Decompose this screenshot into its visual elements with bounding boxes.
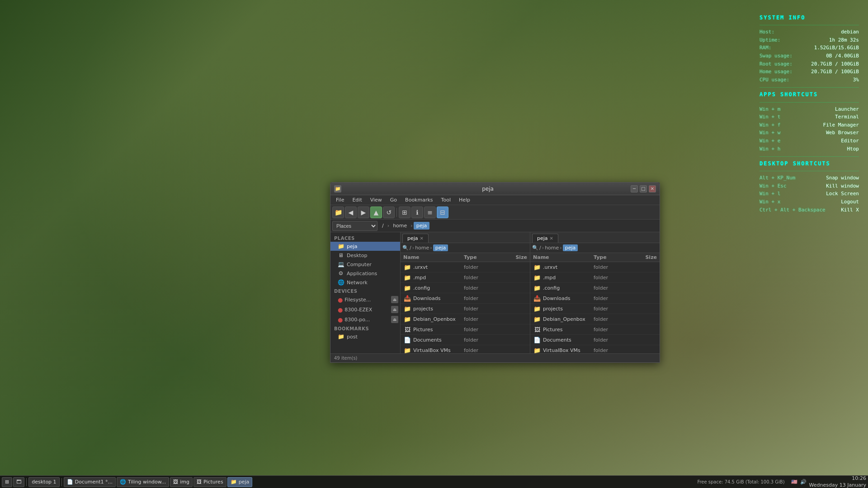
sidebar-device-8300po[interactable]: ● 8300-po... ⏏ xyxy=(330,314,400,324)
location-dropdown[interactable]: Places xyxy=(332,221,377,231)
sidebar-item-applications[interactable]: ⚙ Applications xyxy=(330,269,400,278)
file-row[interactable]: 📁 .config folder xyxy=(530,283,660,293)
sysinfo-row: CPU usage:3% xyxy=(760,76,859,84)
shortcut-action: Editor xyxy=(841,137,859,145)
clock-date: Wednesday 13 January xyxy=(809,482,866,488)
file-row[interactable]: 📁 .config folder xyxy=(401,283,530,293)
file-row[interactable]: 🖼 Pictures folder xyxy=(401,324,530,335)
sidebar-item-network[interactable]: 🌐 Network xyxy=(330,278,400,287)
file-row[interactable]: 📁 Debian_Openbox folder xyxy=(530,314,660,324)
file-row[interactable]: 📁 .urxvt folder xyxy=(401,262,530,272)
menu-bar: File Edit View Go Bookmarks Tool Help xyxy=(330,195,660,205)
menu-edit[interactable]: Edit xyxy=(349,196,365,204)
minimize-button[interactable]: ─ xyxy=(631,185,638,192)
file-type: folder xyxy=(464,316,500,322)
title-bar[interactable]: 📁 peja ─ □ ✕ xyxy=(330,183,660,195)
file-row[interactable]: 📁 .mpd folder xyxy=(401,272,530,283)
menu-bookmarks[interactable]: Bookmarks xyxy=(401,196,436,204)
file-name: VirtualBox VMs xyxy=(543,347,594,353)
maximize-button[interactable]: □ xyxy=(640,185,647,192)
menu-help[interactable]: Help xyxy=(455,196,474,204)
file-row[interactable]: 📁 .mpd folder xyxy=(530,272,660,283)
sysinfo-row: Uptime:1h 28m 32s xyxy=(760,36,859,44)
menu-file[interactable]: File xyxy=(332,196,348,204)
path-peja[interactable]: peja xyxy=(414,222,430,230)
right-pane-tab-peja[interactable]: peja ✕ xyxy=(532,234,558,243)
network-icon: 🌐 xyxy=(338,279,344,286)
document1-button[interactable]: 📄 Document1 °... xyxy=(64,477,116,487)
file-icon: 📄 xyxy=(533,336,541,344)
new-tab-button[interactable]: 📁 xyxy=(332,206,344,218)
up-button[interactable]: ▲ xyxy=(370,206,382,218)
tiling-window-button[interactable]: 🌐 Tiling window... xyxy=(117,477,169,487)
img-button[interactable]: 🖼 img xyxy=(170,477,193,487)
sidebar-item-post[interactable]: 📁 post xyxy=(330,332,400,341)
menu-go[interactable]: Go xyxy=(387,196,401,204)
tiling-icon: 🌐 xyxy=(120,479,126,485)
close-button[interactable]: ✕ xyxy=(649,185,656,192)
right-col-type-header: Type xyxy=(594,254,630,260)
sidebar-item-computer[interactable]: 💻 Computer xyxy=(330,260,400,269)
eject-button-1[interactable]: ⏏ xyxy=(391,296,398,303)
file-row[interactable]: 📄 Documents folder xyxy=(401,335,530,345)
file-row[interactable]: 📁 projects folder xyxy=(401,304,530,314)
show-desktop-button[interactable]: 🗔 xyxy=(13,477,24,487)
left-path-peja[interactable]: peja xyxy=(433,244,448,251)
file-name: projects xyxy=(413,306,464,312)
dual-pane-button[interactable]: ⊟ xyxy=(437,206,448,218)
forward-button[interactable]: ▶ xyxy=(358,206,369,218)
sysinfo-value: 1.52GiB/15.6GiB xyxy=(814,44,859,52)
path-home[interactable]: home xyxy=(390,222,410,230)
menu-view[interactable]: View xyxy=(367,196,386,204)
left-path-home[interactable]: home xyxy=(415,245,429,251)
left-pane-tab-peja[interactable]: peja ✕ xyxy=(402,234,429,243)
left-tab-close[interactable]: ✕ xyxy=(420,236,424,241)
right-path-peja[interactable]: peja xyxy=(563,244,578,251)
sidebar-item-desktop[interactable]: 🖥 Desktop xyxy=(330,251,400,260)
file-icon: 📁 xyxy=(533,305,541,313)
sidebar-item-peja[interactable]: 📁 peja xyxy=(330,242,400,251)
details-button[interactable]: ℹ xyxy=(411,206,423,218)
file-row[interactable]: 📁 VirtualBox VMs folder xyxy=(401,345,530,353)
file-type: folder xyxy=(464,285,500,291)
pictures-button[interactable]: 🖼 Pictures xyxy=(193,477,226,487)
right-tab-close[interactable]: ✕ xyxy=(550,236,553,241)
file-row[interactable]: 📁 .urxvt folder xyxy=(530,262,660,272)
file-row[interactable]: 🖼 Pictures folder xyxy=(530,324,660,335)
file-icon: 📁 xyxy=(533,263,541,271)
path-root[interactable]: / xyxy=(379,222,387,230)
file-name: Downloads xyxy=(413,296,464,301)
file-row[interactable]: 📥 Downloads folder xyxy=(530,293,660,304)
eject-button-3[interactable]: ⏏ xyxy=(391,316,398,323)
file-icon: 📁 xyxy=(533,315,541,323)
left-path-root[interactable]: / xyxy=(410,245,411,251)
start-menu-button[interactable]: ⊞ xyxy=(2,477,12,487)
file-type: folder xyxy=(594,316,630,322)
peja-button[interactable]: 📁 peja xyxy=(227,477,253,487)
sidebar-device-8300ezex[interactable]: ● 8300-EZEX ⏏ xyxy=(330,305,400,314)
file-row[interactable]: 📁 projects folder xyxy=(530,304,660,314)
file-row[interactable]: 📁 Debian_Openbox folder xyxy=(401,314,530,324)
free-space-label: Free space: 74.5 GiB (Total: 100.3 GiB) xyxy=(693,479,788,484)
refresh-button[interactable]: ↺ xyxy=(383,206,395,218)
desktop1-button[interactable]: desktop 1 xyxy=(28,477,59,487)
file-row[interactable]: 📥 Downloads folder xyxy=(401,293,530,304)
eject-button-2[interactable]: ⏏ xyxy=(391,306,398,313)
file-row[interactable]: 📁 VirtualBox VMs folder xyxy=(530,345,660,353)
right-path-home[interactable]: home xyxy=(545,245,559,251)
shortcut-keys: Win + w xyxy=(760,129,780,137)
clock[interactable]: 10:26 Wednesday 13 January xyxy=(809,475,866,488)
sidebar-device-filesystem[interactable]: ● Filesyste... ⏏ xyxy=(330,295,400,305)
right-path-root[interactable]: / xyxy=(539,245,541,251)
file-row[interactable]: 📄 Documents folder xyxy=(530,335,660,345)
menu-tool[interactable]: Tool xyxy=(438,196,454,204)
list-view-button[interactable]: ≡ xyxy=(424,206,436,218)
left-pane-location: 🔍 / › home › peja xyxy=(401,243,530,253)
right-tab-label: peja xyxy=(537,235,548,241)
shortcut-row: Ctrl + Alt + BackspaceKill X xyxy=(760,206,859,214)
folder-icon: 📁 xyxy=(338,243,344,249)
grid-view-button[interactable]: ⊞ xyxy=(399,206,410,218)
back-button[interactable]: ◀ xyxy=(345,206,357,218)
shortcut-action: Terminal xyxy=(835,113,859,121)
system-info-panel: SYSTEM INFO Host:debianUptime:1h 28m 32s… xyxy=(760,14,859,214)
